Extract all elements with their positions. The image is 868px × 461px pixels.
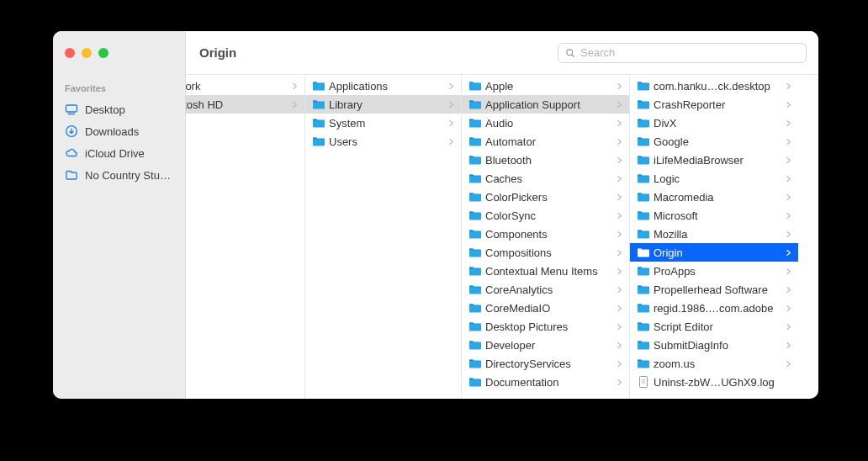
zoom-button[interactable] [98, 48, 108, 58]
chevron-right-icon [785, 286, 793, 294]
chevron-right-icon [616, 342, 624, 349]
item-label: Uninst-zbW…UGhX9.log [654, 376, 793, 389]
close-button[interactable] [65, 48, 75, 58]
sidebar-item-icloud-drive[interactable]: iCloud Drive [53, 142, 185, 164]
chevron-right-icon [616, 175, 624, 183]
sidebar-item-no-country-studio[interactable]: No Country Studio [53, 164, 185, 186]
column-0: workntosh HD [186, 75, 305, 399]
item-components[interactable]: Components [462, 225, 629, 243]
item-origin[interactable]: Origin [630, 243, 798, 262]
item-zoom-us[interactable]: zoom.us [630, 354, 798, 373]
item-contextual-menu-items[interactable]: Contextual Menu Items [462, 262, 629, 280]
item-developer[interactable]: Developer [462, 336, 629, 354]
item-users[interactable]: Users [305, 132, 461, 151]
item-label: regid.1986.…com.adobe [654, 302, 781, 315]
folder-icon [637, 246, 650, 258]
window-controls [53, 48, 185, 58]
item-colorsync[interactable]: ColorSync [462, 206, 629, 225]
item-label: Origin [654, 246, 781, 259]
item-label: Google [654, 135, 781, 148]
svg-line-4 [572, 54, 574, 56]
folder-icon [468, 376, 482, 388]
item-label: Propellerhead Software [654, 283, 781, 296]
item-audio[interactable]: Audio [462, 114, 629, 132]
item-label: Users [329, 135, 444, 148]
item-applications[interactable]: Applications [305, 77, 461, 95]
folder-icon [65, 168, 78, 182]
item-com-hanku[interactable]: com.hanku…ck.desktop [630, 77, 798, 95]
item-desktop-pictures[interactable]: Desktop Pictures [462, 317, 629, 336]
item-label: CoreMediaIO [485, 302, 612, 315]
folder-icon [637, 321, 650, 332]
item-divx[interactable]: DivX [630, 114, 798, 132]
item-label: Library [329, 98, 444, 111]
item-library[interactable]: Library [305, 95, 461, 114]
item-propellerhead-software[interactable]: Propellerhead Software [630, 280, 798, 299]
item-label: com.hanku…ck.desktop [654, 80, 781, 93]
item-directoryservices[interactable]: DirectoryServices [462, 354, 629, 373]
window-title: Origin [198, 45, 236, 60]
chevron-right-icon [785, 231, 793, 238]
search-input[interactable] [580, 46, 799, 59]
item-macromedia[interactable]: Macromedia [630, 188, 798, 206]
folder-icon [468, 154, 482, 166]
item-caches[interactable]: Caches [462, 169, 629, 188]
column-1: ApplicationsLibrarySystemUsers [305, 75, 462, 399]
item-label: ColorPickers [485, 191, 612, 204]
item-uninst-log[interactable]: Uninst-zbW…UGhX9.log [630, 373, 798, 391]
item-proapps[interactable]: ProApps [630, 262, 798, 280]
item-coremediaio[interactable]: CoreMediaIO [462, 299, 629, 317]
item-label: Apple [485, 80, 612, 93]
item-application-support[interactable]: Application Support [462, 95, 629, 114]
folder-icon [468, 172, 482, 184]
item-colorpickers[interactable]: ColorPickers [462, 188, 629, 206]
item-ilifemediabrowser[interactable]: iLifeMediaBrowser [630, 151, 798, 169]
item-logic[interactable]: Logic [630, 169, 798, 188]
item-label: iLifeMediaBrowser [654, 154, 781, 167]
folder-icon [637, 98, 650, 110]
sidebar-item-label: iCloud Drive [85, 147, 145, 160]
item-macintosh-hd[interactable]: ntosh HD [186, 95, 304, 114]
item-label: Desktop Pictures [485, 321, 612, 333]
item-label: SubmitDiagInfo [654, 339, 781, 352]
chevron-right-icon [785, 342, 793, 349]
sidebar: Favorites DesktopDownloadsiCloud DriveNo… [53, 31, 186, 399]
item-label: Bluetooth [485, 154, 612, 167]
folder-icon [468, 321, 482, 332]
chevron-right-icon [447, 138, 456, 146]
chevron-right-icon [785, 323, 793, 331]
sidebar-item-downloads[interactable]: Downloads [53, 120, 185, 142]
item-bluetooth[interactable]: Bluetooth [462, 151, 629, 169]
item-label: Caches [485, 172, 612, 185]
item-regid-adobe[interactable]: regid.1986.…com.adobe [630, 299, 798, 317]
folder-icon [312, 80, 326, 92]
item-label: Mozilla [654, 228, 781, 241]
folder-icon [637, 172, 650, 184]
item-coreanalytics[interactable]: CoreAnalytics [462, 280, 629, 299]
item-work[interactable]: work [186, 77, 304, 95]
search-field[interactable] [558, 43, 807, 63]
main-area: Origin workntosh HDApplicationsLibrarySy… [186, 31, 818, 399]
item-mozilla[interactable]: Mozilla [630, 225, 798, 243]
item-submitdiaginfo[interactable]: SubmitDiagInfo [630, 336, 798, 354]
item-automator[interactable]: Automator [462, 132, 629, 151]
item-system[interactable]: System [305, 114, 461, 132]
file-icon [637, 376, 650, 388]
desktop-icon [65, 103, 78, 116]
item-label: Logic [654, 172, 781, 185]
chevron-right-icon [291, 101, 299, 109]
item-microsoft[interactable]: Microsoft [630, 206, 798, 225]
sidebar-heading-favorites: Favorites [53, 83, 185, 98]
item-compositions[interactable]: Compositions [462, 243, 629, 262]
item-crashreporter[interactable]: CrashReporter [630, 95, 798, 114]
item-script-editor[interactable]: Script Editor [630, 317, 798, 336]
folder-icon [637, 283, 650, 295]
folder-icon [637, 154, 650, 166]
minimize-button[interactable] [82, 48, 92, 58]
folder-icon [312, 135, 326, 147]
sidebar-item-label: No Country Studio [85, 169, 173, 182]
item-apple[interactable]: Apple [462, 77, 629, 95]
sidebar-item-desktop[interactable]: Desktop [53, 98, 185, 120]
item-google[interactable]: Google [630, 132, 798, 151]
item-documentation[interactable]: Documentation [462, 373, 629, 391]
